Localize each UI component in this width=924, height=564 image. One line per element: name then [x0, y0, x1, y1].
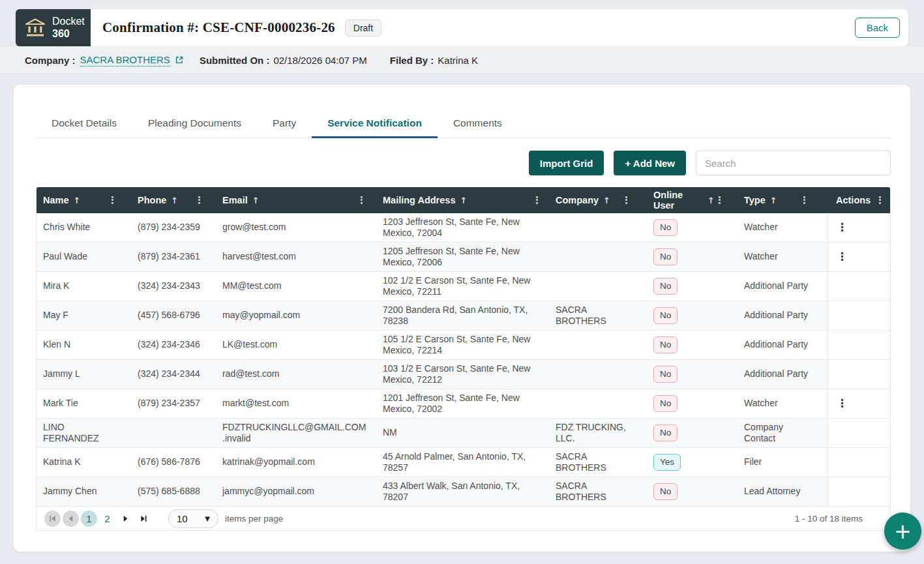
column-menu-icon[interactable]: ⋮	[532, 194, 542, 206]
cell-company	[542, 360, 636, 389]
cell-text: Company Contact	[744, 422, 809, 445]
row-actions-menu-icon[interactable]: ⋮	[837, 250, 848, 263]
cell-actions	[827, 477, 890, 506]
cell-type: Watcher	[730, 243, 827, 271]
column-label: Mailing Address	[383, 195, 455, 205]
page-range-label: 1 - 10 of 18 items	[795, 514, 882, 524]
search-input[interactable]	[696, 151, 891, 175]
cell-address: 105 1/2 E Carson St, Sante Fe, New Mexic…	[369, 331, 542, 359]
cell-text: Mira K	[43, 280, 69, 292]
column-header-actions[interactable]: Actions⋮	[827, 187, 890, 213]
chevron-down-icon: ▼	[205, 515, 210, 522]
cell-name: May F	[37, 301, 123, 330]
column-header-phone[interactable]: Phone↑⋮	[123, 187, 209, 213]
column-header-company[interactable]: Company↑⋮	[542, 187, 636, 213]
column-header-type[interactable]: Type↑⋮	[730, 187, 827, 213]
cell-type: Additional Party	[730, 272, 827, 301]
column-menu-icon[interactable]: ⋮	[799, 194, 809, 206]
items-per-page-label: items per page	[225, 514, 283, 524]
cell-text: (457) 568-6796	[138, 310, 200, 321]
add-new-button[interactable]: + Add New	[614, 151, 686, 175]
cell-email: jammyc@yopmail.com	[209, 477, 369, 506]
page-2-button[interactable]: 2	[99, 511, 115, 527]
previous-page-button[interactable]	[63, 511, 79, 527]
column-menu-icon[interactable]: ⋮	[357, 194, 366, 206]
import-grid-button[interactable]: Import Grid	[529, 151, 604, 175]
cell-text: SACRA BROTHERS	[556, 451, 636, 474]
main-card: Docket Details Pleading Documents Party …	[14, 85, 910, 552]
cell-company	[542, 272, 636, 301]
cell-address: 1205 Jeffreson St, Sante Fe, New Mexico,…	[369, 243, 542, 271]
submitted-on-label: Submitted On :	[200, 55, 270, 66]
column-menu-icon[interactable]: ⋮	[108, 194, 117, 206]
online-user-badge: No	[653, 424, 678, 442]
cell-phone: (879) 234-2359	[123, 213, 209, 242]
cell-online-user: No	[636, 272, 730, 301]
cell-text: 1203 Jeffreson St, Sante Fe, New Mexico,…	[383, 216, 542, 239]
sort-asc-icon: ↑	[770, 196, 777, 205]
cell-text: Additional Party	[744, 280, 808, 292]
tab-party[interactable]: Party	[257, 117, 312, 138]
tab-docket-details[interactable]: Docket Details	[36, 117, 132, 138]
cell-online-user: No	[636, 301, 730, 330]
cell-actions	[827, 301, 890, 330]
cell-phone: (879) 234-2361	[123, 243, 209, 271]
column-menu-icon[interactable]: ⋮	[875, 194, 885, 206]
back-button[interactable]: Back	[855, 18, 900, 38]
page-title: Confirmation #: CSE-CNF-0000236-26	[102, 20, 335, 36]
page-1-button[interactable]: 1	[81, 511, 97, 527]
column-label: Email	[222, 195, 248, 205]
cell-text: Katrina K	[43, 456, 81, 468]
floating-add-button[interactable]: +	[884, 512, 921, 550]
cell-name: Klen N	[37, 331, 123, 359]
cell-text: Watcher	[744, 251, 778, 263]
last-page-button[interactable]	[136, 511, 152, 527]
grid-header-row: Name↑⋮Phone↑⋮Email↑⋮Mailing Address↑⋮Com…	[37, 187, 890, 213]
column-header-online-user[interactable]: Online User↑⋮	[636, 187, 730, 213]
cell-text: MM@test.com	[222, 280, 281, 292]
company-link[interactable]: SACRA BROTHERS	[80, 54, 170, 67]
cell-text: Filer	[744, 456, 762, 468]
tab-bar: Docket Details Pleading Documents Party …	[36, 117, 891, 138]
info-bar: Company : SACRA BROTHERS Submitted On : …	[0, 46, 924, 74]
cell-text: jammyc@yopmail.com	[222, 486, 314, 497]
online-user-badge: No	[653, 366, 678, 383]
cell-address: 433 Albert Walk, San Antonio, TX, 78207	[369, 477, 542, 506]
cell-text: 1205 Jeffreson St, Sante Fe, New Mexico,…	[383, 246, 542, 269]
sort-asc-icon: ↑	[708, 196, 715, 205]
cell-text: Jammy L	[43, 368, 80, 380]
cell-text: (324) 234-2344	[138, 368, 200, 380]
cell-text: (575) 685-6888	[138, 486, 200, 497]
row-actions-menu-icon[interactable]: ⋮	[837, 220, 848, 234]
cell-company: SACRA BROTHERS	[542, 301, 636, 330]
cell-phone	[123, 419, 209, 447]
tab-pleading-documents[interactable]: Pleading Documents	[132, 117, 257, 138]
next-page-button[interactable]	[117, 511, 134, 527]
cell-text: (879) 234-2359	[138, 222, 200, 233]
cell-address: 1201 Jeffreson St, Sante Fe, New Mexico,…	[369, 389, 542, 418]
column-menu-icon[interactable]: ⋮	[194, 194, 204, 206]
column-label: Phone	[138, 195, 166, 205]
cell-type: Watcher	[730, 389, 827, 418]
online-user-badge: No	[653, 278, 678, 295]
cell-text: SACRA BROTHERS	[556, 304, 636, 327]
column-menu-icon[interactable]: ⋮	[621, 194, 631, 206]
column-menu-icon[interactable]: ⋮	[715, 194, 724, 206]
external-link-icon[interactable]	[175, 55, 184, 65]
row-actions-menu-icon[interactable]: ⋮	[837, 396, 848, 410]
cell-address: 1203 Jeffreson St, Sante Fe, New Mexico,…	[369, 213, 542, 242]
first-page-button[interactable]	[44, 511, 61, 527]
cell-actions	[827, 419, 890, 447]
page-size-value: 10	[177, 513, 188, 524]
column-header-mailing-address[interactable]: Mailing Address↑⋮	[369, 187, 542, 213]
tab-service-notification[interactable]: Service Notification	[312, 117, 438, 138]
add-icon: +	[894, 521, 912, 542]
column-header-name[interactable]: Name↑⋮	[37, 187, 123, 213]
cell-phone: (676) 586-7876	[123, 448, 209, 477]
cell-email: FDZTRUCKINGLLC@GMAIL.COM.invalid	[209, 419, 369, 447]
tab-comments[interactable]: Comments	[438, 117, 518, 138]
page-size-select[interactable]: 10 ▼	[168, 509, 218, 528]
cell-text: Watcher	[744, 222, 778, 233]
column-header-email[interactable]: Email↑⋮	[209, 187, 369, 213]
cell-email: grow@test.com	[209, 213, 369, 242]
